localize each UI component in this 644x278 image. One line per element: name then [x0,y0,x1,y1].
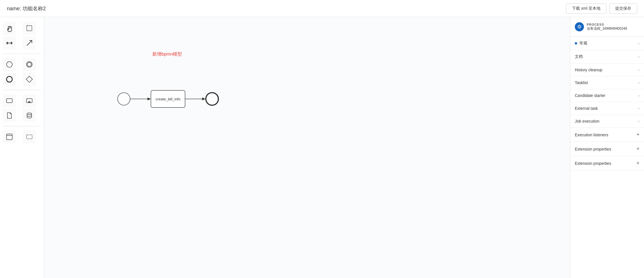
chevron-icon-document: › [638,54,639,59]
header: name: 功能名称2 下载 xml 至本地 提交保存 [0,0,644,17]
panel-section-extension_properties_1[interactable]: Extension properties + [570,142,644,156]
space-tool[interactable] [3,36,16,50]
section-label-document: 文档 [575,54,583,59]
start-event[interactable] [118,93,130,105]
chevron-icon-job_execution: › [638,119,639,123]
group-tool[interactable] [3,130,16,143]
toolbox [0,17,44,278]
section-left-tasklist: Tasklist [575,80,588,85]
page-title: name: 功能名称2 [7,5,46,12]
canvas-label: 新增bpmn模型 [152,51,182,57]
add-extension_properties_2-icon[interactable]: + [636,160,639,166]
chevron-icon-external_task: › [638,106,639,111]
chevron-icon-general: › [638,41,639,46]
panel-section-candidate_starter[interactable]: Candidate starter › [570,89,644,102]
dotted-rect-tool[interactable] [23,130,36,143]
svg-point-9 [7,76,12,82]
section-label-general: 常规 [579,41,587,46]
start-event-tool[interactable] [3,58,16,71]
lasso-tool[interactable] [23,22,36,35]
section-left-document: 文档 [575,54,583,59]
process-id-label: 业务流程_1699949400248 [587,26,627,31]
svg-rect-0 [27,26,32,31]
panel-section-extension_properties_2[interactable]: Extension properties + [570,156,644,171]
add-execution_listeners-icon[interactable]: + [636,132,639,138]
section-label-candidate_starter: Candidate starter [575,93,605,98]
panel-section-tasklist[interactable]: Tasklist › [570,76,644,89]
svg-point-8 [27,62,31,66]
end-event-tool[interactable] [3,73,16,86]
panel-section-job_execution[interactable]: Job execution › [570,115,644,128]
section-label-job_execution: Job execution [575,119,599,123]
bpmn-diagram: create_bill_info [107,74,249,132]
section-label-tasklist: Tasklist [575,80,588,85]
section-label-extension_properties_2: Extension properties [575,161,611,166]
svg-marker-10 [26,76,32,82]
section-left-candidate_starter: Candidate starter [575,93,605,98]
panel-sections: 常规 › 文档 › History cleanup › Tasklist › [570,37,644,171]
hand-tool[interactable] [3,22,16,35]
arrow-head-2 [202,98,206,100]
add-extension_properties_1-icon[interactable]: + [636,146,639,152]
canvas[interactable]: 新增bpmn模型 create_bill_info [44,17,570,278]
arrow-tool[interactable] [23,36,36,50]
database-tool[interactable] [23,109,36,122]
section-label-execution_listeners: Execution listeners [575,133,608,137]
svg-rect-11 [7,99,12,103]
panel-section-general[interactable]: 常规 › [570,37,644,50]
main-layout: 新增bpmn模型 create_bill_info [0,17,644,278]
section-label-external_task: External task [575,106,598,111]
panel-section-document[interactable]: 文档 › [570,50,644,64]
section-label-history_cleanup: History cleanup [575,68,602,72]
chevron-icon-candidate_starter: › [638,93,639,98]
section-left-history_cleanup: History cleanup [575,68,602,72]
tool-grid [3,22,41,143]
end-event[interactable] [206,93,218,105]
panel-header: ⚙ PROCESS 业务流程_1699949400248 [570,17,644,37]
section-left-job_execution: Job execution [575,119,599,123]
panel-header-text: PROCESS 业务流程_1699949400248 [587,23,627,31]
section-left-general: 常规 [575,41,587,46]
subprocess-tool[interactable] [23,94,36,107]
panel-section-external_task[interactable]: External task › [570,102,644,115]
task-tool[interactable] [3,94,16,107]
svg-point-16 [27,113,32,115]
section-label-extension_properties_1: Extension properties [575,147,611,151]
svg-rect-19 [26,135,32,139]
save-button[interactable]: 提交保存 [609,3,637,14]
right-panel: ⚙ PROCESS 业务流程_1699949400248 常规 › 文档 › H… [570,17,644,278]
chevron-icon-history_cleanup: › [638,68,639,72]
document-tool[interactable] [3,109,16,122]
svg-line-5 [27,40,32,46]
chevron-icon-tasklist: › [638,80,639,85]
panel-section-execution_listeners[interactable]: Execution listeners + [570,128,644,142]
process-type-label: PROCESS [587,23,627,26]
intermediate-event-tool[interactable] [23,58,36,71]
download-xml-button[interactable]: 下载 xml 至本地 [566,3,606,14]
svg-rect-17 [7,134,12,140]
gear-icon: ⚙ [575,22,584,31]
task-label: create_bill_info [155,97,180,101]
arrow-head-1 [147,98,151,100]
panel-section-history_cleanup[interactable]: History cleanup › [570,64,644,76]
section-left-external_task: External task [575,106,598,111]
header-actions: 下载 xml 至本地 提交保存 [566,3,637,14]
gateway-tool[interactable] [23,73,36,86]
active-dot-general [575,42,577,44]
svg-point-6 [7,62,12,67]
bpmn-svg: create_bill_info [107,74,249,131]
